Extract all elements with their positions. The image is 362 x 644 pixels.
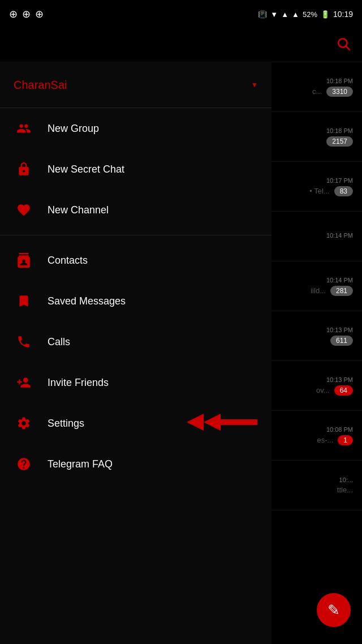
profile-name: CharanSai [14, 79, 242, 92]
contacts-label: Contacts [48, 255, 88, 267]
status-bar-right: 📳 ▼ ▲ ▲ 52% 🔋 10:19 [258, 10, 353, 19]
contacts-icon [14, 250, 34, 271]
time-display: 10:19 [333, 10, 353, 19]
calls-label: Calls [48, 336, 70, 348]
sidebar-item-settings[interactable]: Settings [0, 403, 272, 444]
app-icon-1: ⊕ [9, 8, 18, 20]
sidebar-item-saved-messages[interactable]: Saved Messages [0, 281, 272, 321]
app-icon-3: ⊕ [35, 8, 44, 20]
search-button[interactable] [336, 36, 351, 54]
sidebar-item-invite-friends[interactable]: Invite Friends [0, 362, 272, 403]
invite-friends-label: Invite Friends [48, 377, 109, 389]
status-bar-left: ⊕ ⊕ ⊕ [9, 8, 44, 20]
profile-section[interactable]: CharanSai ▼ [0, 62, 272, 108]
dropdown-arrow-icon[interactable]: ▼ [251, 81, 258, 89]
calls-icon [14, 332, 34, 352]
new-secret-chat-label: New Secret Chat [48, 164, 124, 175]
app-header [0, 28, 362, 62]
settings-label: Settings [48, 418, 84, 430]
settings-arrow-annotation [187, 408, 260, 439]
vibrate-icon: 📳 [258, 10, 267, 19]
faq-icon [14, 454, 34, 474]
svg-marker-3 [187, 414, 204, 431]
status-bar: ⊕ ⊕ ⊕ 📳 ▼ ▲ ▲ 52% 🔋 10:19 [0, 0, 362, 28]
lock-icon [14, 159, 34, 179]
new-group-label: New Group [48, 123, 99, 135]
svg-marker-2 [204, 414, 257, 431]
wifi-icon: ▼ [270, 10, 278, 19]
signal-icon: ▲ [281, 10, 288, 19]
app-icon-2: ⊕ [22, 8, 31, 20]
telegram-faq-label: Telegram FAQ [48, 458, 113, 470]
saved-messages-icon [14, 291, 34, 311]
sidebar-item-new-channel[interactable]: New Channel [0, 190, 272, 230]
channel-icon [14, 200, 34, 220]
battery-icon: 🔋 [321, 10, 330, 19]
invite-friends-icon [14, 372, 34, 393]
compose-icon: ✎ [327, 603, 340, 617]
sidebar-item-calls[interactable]: Calls [0, 321, 272, 362]
saved-messages-label: Saved Messages [48, 295, 126, 307]
settings-icon [14, 413, 34, 433]
compose-fab-button[interactable]: ✎ [317, 593, 351, 627]
group-icon [14, 118, 34, 139]
sidebar-item-contacts[interactable]: Contacts [0, 240, 272, 281]
svg-line-1 [346, 46, 350, 49]
battery-percent: 52% [303, 10, 317, 19]
main-container: 10:18 PM c... 3310 10:18 PM 2157 10:17 P… [0, 62, 362, 644]
sidebar-item-telegram-faq[interactable]: Telegram FAQ [0, 444, 272, 484]
menu-divider [0, 235, 272, 235]
sidebar-item-new-group[interactable]: New Group [0, 108, 272, 149]
new-channel-label: New Channel [48, 204, 109, 216]
sidebar-drawer: CharanSai ▼ New Group New Secret Chat [0, 62, 272, 644]
signal-icon-2: ▲ [292, 10, 299, 19]
sidebar-item-new-secret-chat[interactable]: New Secret Chat [0, 149, 272, 190]
